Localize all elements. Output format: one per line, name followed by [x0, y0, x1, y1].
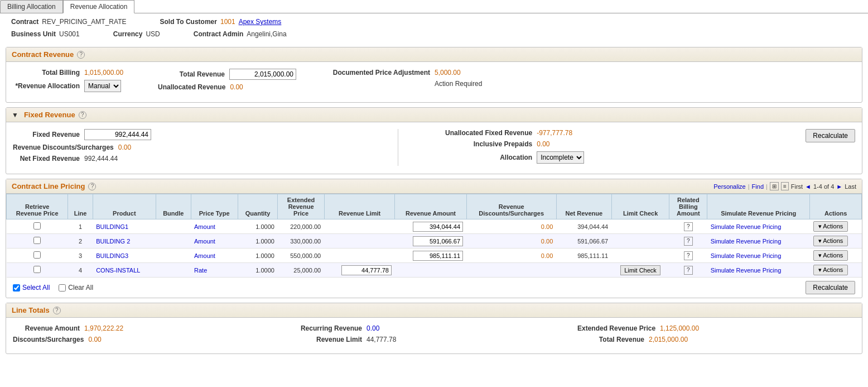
related-billing-icon-3[interactable]: ? [684, 266, 693, 275]
fixed-revenue-input[interactable] [84, 129, 151, 140]
table-row-checkbox-cell [7, 263, 68, 278]
table-row-bundle-3 [156, 263, 191, 278]
apex-systems-link[interactable]: Apex Systems [239, 18, 282, 26]
revenue-alloc-row: *Revenue Allocation Manual Auto [13, 80, 136, 92]
tab-revenue[interactable]: Revenue Allocation [63, 0, 135, 13]
actions-button-1[interactable]: ▾ Actions [813, 236, 848, 246]
revenue-limit-input-3[interactable] [341, 265, 392, 275]
table-row-ext-price-1: 330,000.00 [278, 234, 324, 249]
clp-personalize-link[interactable]: Personalize [713, 183, 745, 190]
clp-find-link[interactable]: Find [752, 183, 764, 190]
table-row-product-3[interactable]: CONS-INSTALL [93, 263, 156, 278]
row-checkbox-1[interactable] [33, 237, 41, 244]
clp-navigation: Personalize | Find | ⊞ ≡ First ◄ 1-4 of … [713, 182, 856, 190]
table-row-rev-amount-3 [395, 263, 466, 278]
actions-button-0[interactable]: ▾ Actions [813, 221, 848, 232]
table-row-price-type-0[interactable]: Amount [191, 219, 238, 234]
line-totals-title: Line Totals [12, 306, 50, 314]
unallocated-label: Unallocated Revenue [158, 83, 225, 91]
total-revenue-label: Total Revenue [158, 70, 225, 78]
lt-rev-limit-label: Revenue Limit [295, 336, 362, 343]
table-row-rev-disc-0: 0.00 [466, 219, 556, 234]
related-billing-icon-1[interactable]: ? [684, 237, 693, 246]
related-billing-icon-0[interactable]: ? [684, 222, 693, 231]
lt-rev-amount-row: Revenue Amount 1,970,222.22 [13, 324, 291, 332]
fixed-revenue-label: Fixed Revenue [13, 131, 80, 138]
simulate-link-1[interactable]: Simulate Revenue Pricing [711, 238, 782, 245]
table-row-qty-3: 1.0000 [238, 263, 278, 278]
clp-help-icon[interactable]: ? [88, 183, 96, 190]
lt-recurring-row: Recurring Revenue 0.00 [295, 324, 573, 332]
clp-view-icon1[interactable]: ⊞ [770, 182, 779, 190]
doc-price-adj-value: 5,000.00 [435, 69, 461, 77]
collapse-icon[interactable]: ▼ [12, 111, 18, 119]
table-row-price-type-2[interactable]: Amount [191, 249, 238, 263]
lt-rev-limit-row: Revenue Limit 44,777.78 [295, 336, 573, 343]
total-billing-value[interactable]: 1,015,000.00 [84, 69, 123, 77]
table-row-rev-amount-1 [395, 234, 466, 249]
total-revenue-input[interactable] [229, 69, 296, 80]
table-row-simulate-0: Simulate Revenue Pricing [707, 219, 810, 234]
table-row-product-1[interactable]: BUILDING 2 [93, 234, 156, 249]
fixed-recalculate-button[interactable]: Recalculate [806, 129, 855, 142]
currency-row: Currency USD [113, 30, 160, 38]
tab-billing[interactable]: Billing Allocation [0, 0, 63, 13]
table-row-rev-limit-3 [324, 263, 395, 278]
revenue-amount-input-2[interactable] [413, 251, 463, 261]
simulate-link-0[interactable]: Simulate Revenue Pricing [711, 223, 782, 230]
sold-to-value[interactable]: 1001 [220, 18, 235, 26]
select-all-checkbox[interactable] [13, 284, 20, 292]
simulate-link-3[interactable]: Simulate Revenue Pricing [711, 267, 782, 274]
actions-button-3[interactable]: ▾ Actions [813, 265, 848, 275]
revenue-amount-input-0[interactable] [413, 222, 463, 232]
line-totals-help-icon[interactable]: ? [53, 307, 61, 314]
col-rev-disc: RevenueDiscounts/Surcharges [466, 194, 556, 219]
revenue-amount-input-1[interactable] [413, 236, 463, 246]
rev-disc-row: Revenue Discounts/Surcharges 0.00 [13, 144, 387, 151]
clear-all-label[interactable]: Clear All [59, 284, 93, 292]
contract-value: REV_PRICING_AMT_RATE [42, 18, 126, 26]
table-row-price-type-1[interactable]: Amount [191, 234, 238, 249]
unallocated-value: 0.00 [230, 83, 243, 91]
table-row-price-type-3[interactable]: Rate [191, 263, 238, 278]
table-row-rev-amount-2 [395, 249, 466, 263]
clear-all-checkbox[interactable] [59, 284, 66, 292]
fixed-revenue-help-icon[interactable]: ? [79, 111, 86, 119]
related-billing-icon-2[interactable]: ? [684, 251, 693, 260]
revenue-alloc-select[interactable]: Manual Auto [84, 80, 121, 92]
col-line: Line [68, 194, 93, 219]
table-row-product-0[interactable]: BUILDING1 [93, 219, 156, 234]
currency-value: USD [146, 30, 160, 38]
row-checkbox-2[interactable] [33, 251, 41, 259]
clp-next-btn[interactable]: ► [836, 183, 842, 190]
business-unit-value: US001 [59, 30, 80, 38]
table-row-net-rev-0: 394,044.44 [556, 219, 611, 234]
table-row-product-2[interactable]: BUILDING3 [93, 249, 156, 263]
col-related-billing: RelatedBillingAmount [669, 194, 707, 219]
fixed-revenue-section: ▼ Fixed Revenue ? Fixed Revenue Revenue … [6, 107, 862, 174]
select-all-label[interactable]: Select All [13, 284, 50, 292]
contract-revenue-title: Contract Revenue [12, 50, 74, 59]
limit-check-button-3[interactable]: Limit Check [620, 265, 660, 275]
allocation-select[interactable]: Incomplete Complete [537, 151, 584, 164]
net-fixed-label: Net Fixed Revenue [13, 155, 80, 163]
contract-revenue-help-icon[interactable]: ? [77, 51, 85, 59]
table-row-net-rev-2: 985,111.11 [556, 249, 611, 263]
lt-recurring-label: Recurring Revenue [295, 324, 362, 332]
row-checkbox-3[interactable] [33, 266, 41, 273]
lt-ext-rev-price-label: Extended Revenue Price [577, 324, 655, 332]
clp-view-icon2[interactable]: ≡ [781, 182, 789, 190]
clp-prev-btn[interactable]: ◄ [805, 183, 811, 190]
tab-bar: Billing Allocation Revenue Allocation [0, 0, 868, 13]
contract-admin-value: Angelini,Gina [247, 30, 286, 38]
col-rev-limit: Revenue Limit [324, 194, 395, 219]
clp-recalculate-button[interactable]: Recalculate [806, 281, 855, 294]
simulate-link-2[interactable]: Simulate Revenue Pricing [711, 252, 782, 259]
doc-price-adj-label: Documented Price Adjustment [319, 69, 430, 77]
table-row-checkbox-cell [7, 234, 68, 249]
sold-to-label: Sold To Customer [160, 18, 217, 26]
row-checkbox-0[interactable] [33, 222, 41, 230]
actions-button-2[interactable]: ▾ Actions [813, 250, 848, 261]
contract-admin-row: Contract Admin Angelini,Gina [194, 30, 287, 38]
col-net-revenue: Net Revenue [556, 194, 611, 219]
